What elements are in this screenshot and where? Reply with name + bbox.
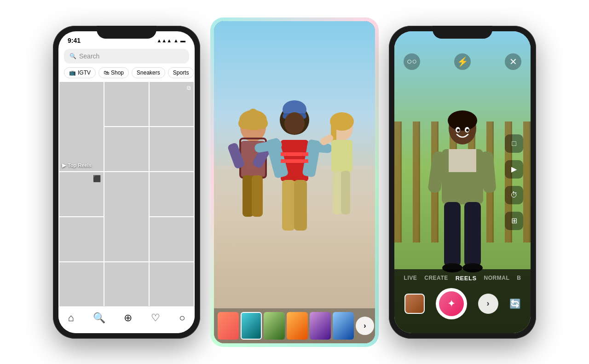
- reels-play-icon: ▶: [62, 162, 66, 168]
- mode-live[interactable]: LIVE: [404, 275, 417, 281]
- main-scene: 9:41 ▲▲▲ ▲ ▬ 🔍 Search 📺 IGTV 🛍: [0, 0, 589, 364]
- reel-thumb-3[interactable]: [264, 312, 285, 340]
- svg-rect-23: [281, 159, 308, 163]
- grid-cell-11[interactable]: [59, 262, 104, 306]
- filter-tab-shop[interactable]: 🛍 Shop: [98, 67, 129, 78]
- svg-rect-29: [333, 171, 342, 214]
- svg-point-10: [248, 109, 258, 118]
- reels-thumbnails: ›: [214, 308, 375, 343]
- lightning-symbol: ⚡: [457, 56, 468, 67]
- svg-rect-38: [464, 202, 481, 266]
- tool-sticker[interactable]: □: [505, 134, 523, 153]
- reels-video: ›: [214, 21, 375, 343]
- svg-point-9: [257, 118, 268, 129]
- battery-icon: ▬: [180, 38, 185, 43]
- search-bar[interactable]: 🔍 Search: [64, 49, 189, 64]
- reel-thumb-2[interactable]: [241, 312, 262, 340]
- wifi-icon: ▲: [173, 38, 179, 43]
- grid-cell-7[interactable]: [104, 172, 149, 261]
- nav-profile-icon[interactable]: ○: [179, 312, 185, 324]
- filter-tab-sports[interactable]: Sports: [168, 67, 194, 78]
- sports-label: Sports: [173, 69, 189, 76]
- igtv-icon: 📺: [69, 69, 76, 76]
- tool-timer[interactable]: ⏱: [505, 186, 523, 204]
- timer-icon: ⏱: [510, 191, 518, 199]
- bottom-nav: ⌂ 🔍 ⊕ ♡ ○: [58, 306, 195, 333]
- mode-bar: LIVE CREATE REELS NORMAL B: [402, 275, 523, 282]
- filter-tab-igtv[interactable]: 📺 IGTV: [64, 67, 96, 78]
- reel-thumb-6[interactable]: [333, 312, 354, 340]
- nav-add-icon[interactable]: ⊕: [124, 312, 132, 324]
- multi-icon: ⧉: [187, 85, 191, 91]
- grid-cell-8[interactable]: [150, 172, 194, 216]
- reels-phone: ›: [214, 21, 375, 343]
- search-placeholder: Search: [79, 52, 99, 60]
- svg-rect-21: [294, 180, 307, 231]
- reel-icon-6: ⬛: [93, 175, 101, 182]
- camera-next-button[interactable]: ›: [478, 294, 498, 314]
- reel-thumb-4[interactable]: [287, 312, 308, 340]
- mode-normal[interactable]: NORMAL: [484, 275, 510, 281]
- camera-lightning-icon[interactable]: ⚡: [454, 53, 471, 70]
- filter-tab-sneakers[interactable]: Sneakers: [132, 67, 165, 78]
- grid-cell-5[interactable]: [150, 127, 194, 171]
- nav-search-icon[interactable]: 🔍: [93, 312, 105, 324]
- svg-rect-22: [281, 152, 308, 156]
- reels-screen: ›: [214, 21, 375, 343]
- nav-heart-icon[interactable]: ♡: [151, 312, 160, 324]
- grid-cell-1[interactable]: ▶ Top Reels: [59, 82, 104, 171]
- svg-rect-20: [282, 180, 295, 231]
- grid-cell-4[interactable]: [104, 127, 149, 171]
- sticker-icon: □: [512, 139, 516, 148]
- capture-button[interactable]: ✦: [436, 288, 467, 319]
- status-time: 9:41: [68, 37, 81, 44]
- grid-cell-3[interactable]: ⧉: [150, 82, 194, 126]
- camera-circle-icon[interactable]: ○: [404, 53, 420, 70]
- svg-point-43: [457, 129, 460, 132]
- explore-screen: 9:41 ▲▲▲ ▲ ▬ 🔍 Search 📺 IGTV 🛍: [58, 31, 195, 333]
- tool-layout[interactable]: ⊞: [505, 212, 523, 230]
- explore-grid: ▶ Top Reels ⧉ ⬛: [58, 82, 195, 307]
- grid-cell-9[interactable]: [59, 217, 104, 261]
- camera-close-button[interactable]: ✕: [505, 53, 521, 70]
- reel-thumb-5[interactable]: [310, 312, 331, 340]
- svg-rect-37: [444, 202, 461, 266]
- svg-point-44: [466, 129, 469, 132]
- camera-view: ○ ⚡ ✕ □ ▶: [394, 31, 531, 333]
- side-tools: □ ▶ ⏱ ⊞: [505, 134, 523, 230]
- mode-create[interactable]: CREATE: [424, 275, 448, 281]
- grid-cell-10[interactable]: [150, 217, 194, 261]
- svg-rect-34: [449, 149, 476, 172]
- status-icons: ▲▲▲ ▲ ▬: [156, 38, 185, 43]
- phone-explore: 9:41 ▲▲▲ ▲ ▬ 🔍 Search 📺 IGTV 🛍: [53, 26, 200, 339]
- circle-symbol: ○: [407, 56, 412, 67]
- reels-next-button[interactable]: ›: [356, 317, 374, 335]
- nav-home-icon[interactable]: ⌂: [68, 312, 74, 324]
- svg-rect-6: [252, 175, 263, 217]
- grid-cell-6[interactable]: ⬛: [59, 172, 104, 216]
- filter-tabs: 📺 IGTV 🛍 Shop Sneakers Sports Architect: [58, 67, 195, 82]
- top-reels-label: ▶ Top Reels: [62, 162, 92, 168]
- grid-cell-12[interactable]: [104, 262, 149, 306]
- mode-b[interactable]: B: [517, 275, 521, 281]
- mode-reels[interactable]: REELS: [456, 275, 477, 282]
- grid-cell-2[interactable]: [104, 82, 149, 126]
- signal-icon: ▲▲▲: [156, 38, 172, 43]
- camera-bottom-controls: LIVE CREATE REELS NORMAL B ✦: [394, 269, 531, 333]
- svg-point-14: [284, 112, 305, 134]
- phone-camera: ○ ⚡ ✕ □ ▶: [389, 26, 536, 339]
- capture-star-icon: ✦: [447, 298, 456, 310]
- flip-camera-button[interactable]: 🔄: [509, 298, 521, 309]
- reel-thumb-1[interactable]: [218, 312, 239, 340]
- search-icon: 🔍: [69, 53, 76, 59]
- camera-screen: ○ ⚡ ✕ □ ▶: [394, 31, 531, 333]
- grid-cell-13[interactable]: [150, 262, 194, 306]
- play-icon: ▶: [511, 165, 517, 173]
- camera-top-bar: ○ ⚡ ✕: [394, 31, 531, 75]
- tool-play[interactable]: ▶: [505, 160, 523, 179]
- capture-inner: ✦: [439, 291, 464, 316]
- capture-row: ✦ › 🔄: [402, 288, 523, 319]
- status-bar: 9:41 ▲▲▲ ▲ ▬: [58, 31, 195, 47]
- gallery-thumbnail[interactable]: [404, 294, 425, 314]
- svg-point-32: [448, 110, 477, 131]
